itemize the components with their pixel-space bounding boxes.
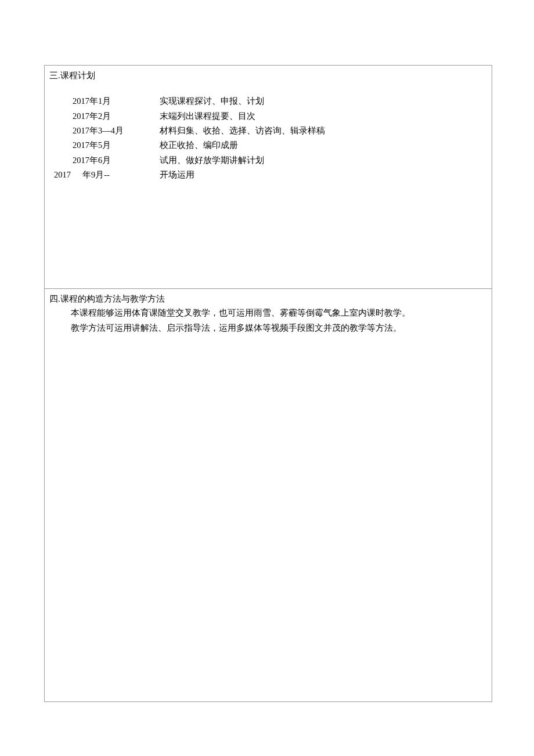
schedule-row: 2017年3—4月 材料归集、收拾、选择、访咨询、辑录样稿 bbox=[73, 124, 487, 138]
schedule-date: 2017年2月 bbox=[73, 109, 160, 124]
schedule-date-last: 2017年9月-- bbox=[54, 168, 160, 182]
schedule-desc: 开场运用 bbox=[160, 168, 487, 182]
schedule-desc: 末端列出课程提要、目次 bbox=[160, 109, 487, 124]
section-3-course-plan: 三.课程计划 2017年1月 实现课程探讨、申报、计划 2017年2月 末端列出… bbox=[44, 65, 492, 289]
schedule-row: 2017年2月 末端列出课程提要、目次 bbox=[73, 109, 487, 124]
schedule-row: 2017年6月 试用、做好放学期讲解计划 bbox=[73, 153, 487, 168]
schedule-desc: 材料归集、收拾、选择、访咨询、辑录样稿 bbox=[160, 124, 487, 138]
schedule-block: 2017年1月 实现课程探讨、申报、计划 2017年2月 末端列出课程提要、目次… bbox=[49, 94, 487, 182]
schedule-row: 2017年1月 实现课程探讨、申报、计划 bbox=[73, 94, 487, 108]
date-month: 年9月-- bbox=[82, 170, 110, 179]
schedule-date: 2017年3—4月 bbox=[73, 124, 160, 138]
section-4-para1: 本课程能够运用体育课随堂交叉教学，也可运用雨雪、雾霾等倒霉气象上室内课时教学。 bbox=[54, 306, 487, 320]
schedule-desc: 校正收拾、编印成册 bbox=[160, 138, 487, 153]
schedule-date: 2017年5月 bbox=[73, 138, 160, 153]
schedule-date: 2017年6月 bbox=[73, 153, 160, 168]
section-4-title: 四.课程的构造方法与教学方法 bbox=[49, 292, 487, 306]
date-year: 2017 bbox=[54, 170, 71, 179]
section-3-title: 三.课程计划 bbox=[49, 69, 487, 82]
schedule-desc: 实现课程探讨、申报、计划 bbox=[160, 94, 487, 108]
schedule-desc: 试用、做好放学期讲解计划 bbox=[160, 153, 487, 168]
schedule-date: 2017年1月 bbox=[73, 94, 160, 108]
page-container: 三.课程计划 2017年1月 实现课程探讨、申报、计划 2017年2月 末端列出… bbox=[44, 65, 492, 702]
schedule-row-last: 2017年9月-- 开场运用 bbox=[73, 168, 487, 182]
section-4-teaching-methods: 四.课程的构造方法与教学方法 本课程能够运用体育课随堂交叉教学，也可运用雨雪、雾… bbox=[44, 289, 492, 702]
schedule-row: 2017年5月 校正收拾、编印成册 bbox=[73, 138, 487, 153]
section-4-para2: 教学方法可运用讲解法、启示指导法，运用多媒体等视频手段图文并茂的教学等方法。 bbox=[54, 321, 487, 335]
